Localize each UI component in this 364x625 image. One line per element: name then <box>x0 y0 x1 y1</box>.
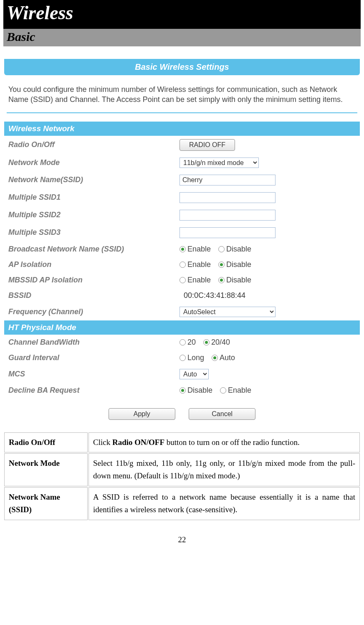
section-ht-physical: HT Physical Mode <box>4 320 360 335</box>
desc-val-radio: Click Radio ON/OFF button to turn on or … <box>88 432 360 452</box>
label-ssid: Network Name(SSID) <box>8 175 179 184</box>
frequency-select[interactable]: AutoSelect <box>179 307 276 317</box>
row-broadcast-ssid: Broadcast Network Name (SSID) Enable Dis… <box>4 241 360 257</box>
label-mssid3: Multiple SSID3 <box>8 228 179 237</box>
cancel-button[interactable]: Cancel <box>189 408 255 420</box>
description-table: Radio On/Off Click Radio ON/OFF button t… <box>3 432 361 521</box>
panel-intro: You could configure the minimum number o… <box>4 75 360 112</box>
panel-title: Basic Wireless Settings <box>4 59 360 75</box>
cbw-2040-radio[interactable]: 20/40 <box>203 338 230 347</box>
mssid1-input[interactable] <box>179 192 276 203</box>
button-row: Apply Cancel <box>4 398 360 424</box>
section-wireless-network: Wireless Network <box>4 122 360 136</box>
table-row: Network Name (SSID) A SSID is referred t… <box>4 487 360 520</box>
decline-enable-radio[interactable]: Enable <box>220 386 251 395</box>
desc-val-ssid: A SSID is referred to a network name bec… <box>88 487 360 520</box>
cbw-20-radio[interactable]: 20 <box>179 338 196 347</box>
label-mbssid-isolation: MBSSID AP Isolation <box>8 276 179 285</box>
row-network-mode: Network Mode 11b/g/n mixed mode <box>4 154 360 171</box>
gi-long-radio[interactable]: Long <box>179 353 204 362</box>
desc-key-ssid: Network Name (SSID) <box>4 487 88 520</box>
label-ap-isolation: AP Isolation <box>8 260 179 269</box>
label-radio-onoff: Radio On/Off <box>8 140 179 149</box>
network-mode-select[interactable]: 11b/g/n mixed mode <box>179 158 259 168</box>
row-mbssid-isolation: MBSSID AP Isolation Enable Disable <box>4 272 360 288</box>
page-title: Wireless <box>7 2 357 24</box>
row-mcs: MCS Auto <box>4 366 360 383</box>
page-subtitle-bar: Basic <box>3 29 361 46</box>
apply-button[interactable]: Apply <box>109 408 175 420</box>
broadcast-disable-radio[interactable]: Disable <box>218 245 251 254</box>
bssid-value: 00:0C:43:41:88:44 <box>179 291 245 300</box>
label-frequency: Frequency (Channel) <box>8 307 179 316</box>
row-channel-bandwidth: Channel BandWidth 20 20/40 <box>4 335 360 350</box>
apiso-disable-radio[interactable]: Disable <box>218 260 251 269</box>
row-mssid1: Multiple SSID1 <box>4 189 360 206</box>
desc-key-mode: Network Mode <box>4 453 88 486</box>
page-number: 22 <box>3 535 361 544</box>
row-mssid3: Multiple SSID3 <box>4 224 360 241</box>
mssid2-input[interactable] <box>179 210 276 221</box>
row-radio-onoff: Radio On/Off RADIO OFF <box>4 136 360 154</box>
table-row: Network Mode Select 11b/g mixed, 11b onl… <box>4 453 360 486</box>
label-mcs: MCS <box>8 370 179 379</box>
decline-disable-radio[interactable]: Disable <box>179 386 212 395</box>
label-guard-interval: Guard Interval <box>8 353 179 362</box>
mbssid-disable-radio[interactable]: Disable <box>218 276 251 285</box>
row-ap-isolation: AP Isolation Enable Disable <box>4 257 360 272</box>
mbssid-enable-radio[interactable]: Enable <box>179 276 211 285</box>
page-title-bar: Wireless <box>3 0 361 29</box>
mcs-select[interactable]: Auto <box>179 369 209 379</box>
settings-panel: Basic Wireless Settings You could config… <box>4 59 360 424</box>
label-network-mode: Network Mode <box>8 158 179 167</box>
divider <box>7 112 357 113</box>
row-frequency: Frequency (Channel) AutoSelect <box>4 303 360 320</box>
label-channel-bandwidth: Channel BandWidth <box>8 338 179 347</box>
broadcast-enable-radio[interactable]: Enable <box>179 245 211 254</box>
page-subtitle: Basic <box>7 30 357 44</box>
mssid3-input[interactable] <box>179 227 276 238</box>
label-bssid: BSSID <box>8 291 179 300</box>
label-broadcast-ssid: Broadcast Network Name (SSID) <box>8 245 179 254</box>
desc-val-mode: Select 11b/g mixed, 11b only, 11g only, … <box>88 453 360 486</box>
apiso-enable-radio[interactable]: Enable <box>179 260 211 269</box>
ssid-input[interactable] <box>179 175 276 185</box>
radio-off-button[interactable]: RADIO OFF <box>179 139 235 151</box>
row-guard-interval: Guard Interval Long Auto <box>4 350 360 366</box>
row-ssid: Network Name(SSID) <box>4 171 360 189</box>
label-mssid2: Multiple SSID2 <box>8 211 179 219</box>
desc-key-radio: Radio On/Off <box>4 432 88 452</box>
row-bssid: BSSID 00:0C:43:41:88:44 <box>4 288 360 303</box>
label-decline-ba: Decline BA Request <box>8 386 179 395</box>
label-mssid1: Multiple SSID1 <box>8 193 179 202</box>
row-mssid2: Multiple SSID2 <box>4 206 360 224</box>
row-decline-ba: Decline BA Request Disable Enable <box>4 383 360 398</box>
gi-auto-radio[interactable]: Auto <box>212 353 235 362</box>
table-row: Radio On/Off Click Radio ON/OFF button t… <box>4 432 360 452</box>
